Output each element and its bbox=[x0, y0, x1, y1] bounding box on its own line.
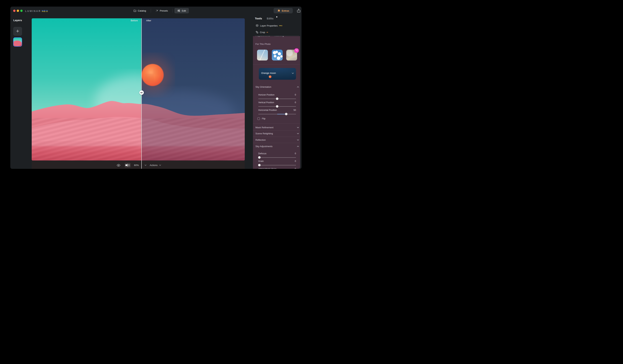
slider-horizontal-position: Horizontal Position 50 bbox=[258, 109, 296, 115]
section-reflection-header[interactable]: Reflection bbox=[253, 139, 300, 141]
add-layer-button[interactable]: + bbox=[13, 27, 22, 36]
slider-vertical-position: Vertical Position 0 bbox=[258, 101, 296, 107]
tool-item-crop[interactable]: Crop AI bbox=[256, 31, 268, 34]
tab-presets-label: Presets bbox=[160, 9, 168, 12]
slider-track[interactable] bbox=[258, 157, 296, 158]
slider-track[interactable] bbox=[258, 106, 296, 107]
plus-icon: + bbox=[16, 28, 19, 34]
ai-badge: AI bbox=[267, 31, 268, 33]
section-title: Mask Refinement bbox=[255, 126, 273, 129]
section-divider bbox=[253, 143, 300, 143]
slider-atmospheric-haze: Atmospheric Haze 0 bbox=[258, 168, 296, 169]
slider-grain: Grain 0 bbox=[258, 160, 296, 166]
section-divider bbox=[253, 137, 300, 137]
arrow-right-icon bbox=[142, 92, 143, 93]
outline-square-icon bbox=[128, 164, 130, 166]
sky-selector-dropdown[interactable]: Orange moon bbox=[259, 68, 296, 80]
filled-square-icon bbox=[126, 164, 127, 166]
layers-title: Layers bbox=[13, 19, 22, 22]
after-label: After bbox=[146, 19, 151, 22]
tab-catalog[interactable]: Catalog bbox=[131, 8, 149, 13]
slider-track[interactable] bbox=[258, 99, 296, 99]
tools-edits-tabs: Tools Edits bbox=[255, 17, 274, 20]
traffic-minimize-button[interactable] bbox=[17, 10, 19, 12]
section-title: Sky Adjustments bbox=[255, 145, 272, 148]
mode-tabs: Catalog Presets Edit bbox=[131, 8, 189, 13]
slider-thumb[interactable] bbox=[276, 98, 278, 100]
before-label: Before bbox=[131, 19, 138, 22]
slider-label: Grain bbox=[258, 160, 264, 162]
chevron-down-icon bbox=[292, 73, 294, 74]
tool-item-label: Layer Properties bbox=[260, 24, 278, 27]
sky-selector-value: Orange moon bbox=[261, 72, 276, 74]
arrow-left-icon bbox=[140, 92, 141, 93]
subtabs-cutoff: Adjustments Masking bbox=[253, 36, 300, 38]
slider-defocus: Defocus 0 bbox=[258, 152, 296, 158]
subtab-masking[interactable]: Masking bbox=[274, 36, 284, 37]
tab-separator bbox=[151, 9, 151, 13]
sparkles-icon bbox=[156, 9, 158, 12]
section-title: Sky Orientation bbox=[255, 86, 271, 88]
slider-thumb[interactable] bbox=[276, 105, 278, 108]
slider-label: Atmospheric Haze bbox=[258, 168, 276, 169]
zoom-level-value: 60% bbox=[134, 164, 139, 167]
actions-dropdown[interactable]: Actions bbox=[150, 164, 161, 167]
section-divider bbox=[253, 123, 300, 124]
before-after-image bbox=[32, 18, 245, 160]
slider-label: Vertical Position bbox=[258, 101, 274, 104]
slider-value: 50 bbox=[293, 109, 296, 111]
chevron-up-icon bbox=[297, 86, 299, 88]
share-button[interactable] bbox=[297, 9, 301, 13]
chevron-up-icon bbox=[297, 146, 299, 147]
section-sky-adjustments-header[interactable]: Sky Adjustments bbox=[253, 145, 300, 148]
zoom-level-dropdown[interactable]: 60% bbox=[134, 164, 147, 167]
checkbox-icon[interactable] bbox=[257, 117, 260, 120]
sky-preset-thumbnail-clear[interactable] bbox=[257, 50, 268, 61]
layer-thumbnail[interactable] bbox=[13, 37, 22, 47]
compare-view-toggle[interactable] bbox=[125, 163, 131, 168]
slider-thumb[interactable] bbox=[258, 156, 261, 159]
app-logo: LUMINAR NEO bbox=[25, 9, 48, 13]
tab-presets[interactable]: Presets bbox=[153, 8, 171, 13]
section-mask-refinement-header[interactable]: Mask Refinement bbox=[253, 126, 300, 129]
tab-edits[interactable]: Edits bbox=[267, 17, 274, 20]
extras-button[interactable]: Extras bbox=[274, 8, 293, 13]
cart-badge[interactable] bbox=[294, 48, 299, 53]
titlebar: LUMINAR NEO Catalog Presets bbox=[10, 7, 302, 14]
chevron-down-icon bbox=[297, 127, 299, 128]
puzzle-icon bbox=[277, 9, 280, 12]
section-sky-orientation-header[interactable]: Sky Orientation bbox=[253, 86, 300, 88]
flip-label: Flip bbox=[262, 117, 266, 120]
crop-icon bbox=[256, 31, 258, 34]
chevron-down-icon bbox=[145, 165, 147, 166]
subtab-adjustments[interactable]: Adjustments bbox=[256, 36, 270, 37]
section-title: Scene Relighting bbox=[255, 132, 273, 135]
section-title: Reflection bbox=[255, 139, 266, 141]
photo-canvas[interactable]: Before After bbox=[32, 18, 245, 160]
traffic-zoom-button[interactable] bbox=[20, 10, 22, 12]
tab-tools[interactable]: Tools bbox=[255, 17, 262, 20]
flip-checkbox-row[interactable]: Flip bbox=[257, 117, 266, 120]
tool-item-layer-properties[interactable]: Layer Properties PRO bbox=[256, 24, 282, 27]
mini-moon-icon bbox=[269, 75, 271, 78]
actions-label: Actions bbox=[150, 164, 157, 167]
cart-icon bbox=[295, 49, 298, 52]
slider-thumb[interactable] bbox=[258, 164, 261, 166]
slider-track[interactable] bbox=[258, 165, 296, 166]
slider-track[interactable] bbox=[258, 114, 296, 114]
section-scene-relighting-header[interactable]: Scene Relighting bbox=[253, 132, 300, 135]
edits-dot-badge bbox=[276, 16, 277, 18]
slider-value: 0 bbox=[295, 160, 296, 162]
slider-value: 0 bbox=[295, 168, 296, 169]
tool-item-label: Crop bbox=[260, 31, 265, 34]
tab-edit-label: Edit bbox=[182, 9, 186, 12]
preview-eye-button[interactable] bbox=[117, 164, 120, 167]
slider-label: Defocus bbox=[258, 152, 267, 155]
traffic-close-button[interactable] bbox=[13, 10, 16, 12]
sky-ai-tool-panel: Adjustments Masking For This Photo Orang… bbox=[253, 36, 300, 169]
tab-catalog-label: Catalog bbox=[138, 9, 146, 12]
folder-icon bbox=[134, 9, 136, 12]
tab-edit[interactable]: Edit bbox=[175, 8, 189, 13]
sky-preset-thumbnail-clouds[interactable] bbox=[272, 50, 283, 61]
slider-thumb[interactable] bbox=[285, 113, 288, 115]
